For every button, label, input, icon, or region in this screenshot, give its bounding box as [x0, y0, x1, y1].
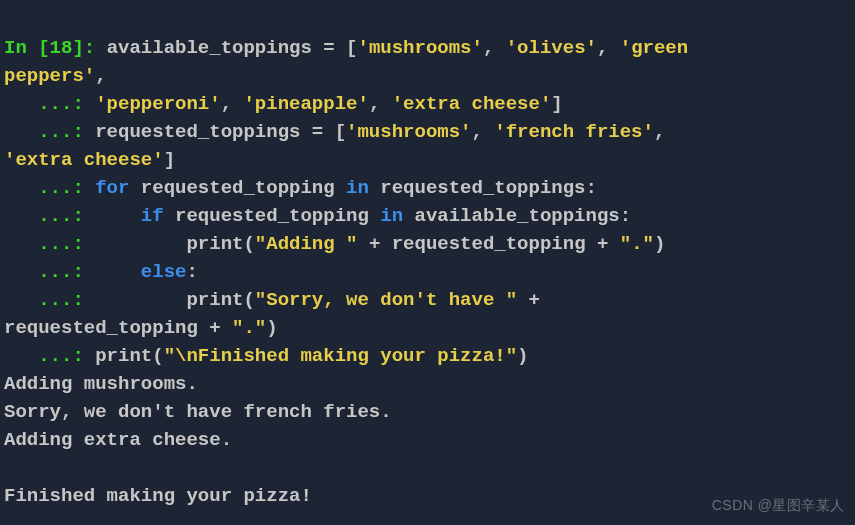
str-dot2: "." — [232, 317, 266, 339]
comma: , — [483, 37, 506, 59]
output-line-1: Adding mushrooms. — [4, 373, 198, 395]
kw-in2: in — [380, 205, 403, 227]
cont-prompt: ...: — [4, 205, 95, 227]
indent — [95, 261, 141, 283]
code-assign-req: requested_toppings = [ — [95, 121, 346, 143]
comma: , — [369, 93, 392, 115]
str-greenpeppers-b: peppers' — [4, 65, 95, 87]
rbracket: ] — [164, 149, 175, 171]
in-prompt: In [18]: — [4, 37, 107, 59]
str-mushrooms2: 'mushrooms' — [346, 121, 471, 143]
str-fries: 'french fries' — [494, 121, 654, 143]
str-pepperoni: 'pepperoni' — [95, 93, 220, 115]
colon: : — [186, 261, 197, 283]
str-extra-cheese2: 'extra cheese' — [4, 149, 164, 171]
comma: , — [221, 93, 244, 115]
rbracket: ] — [551, 93, 562, 115]
fn-print3: print — [95, 345, 152, 367]
kw-else: else — [141, 261, 187, 283]
id-reqtop2: requested_topping — [164, 205, 381, 227]
cont-prompt: ...: — [4, 93, 95, 115]
kw-if: if — [141, 205, 164, 227]
comma-trail2: , — [654, 121, 677, 143]
indent — [95, 289, 186, 311]
comma: , — [597, 37, 620, 59]
ipython-cell: In [18]: available_toppings = ['mushroom… — [4, 6, 851, 510]
kw-in: in — [346, 177, 369, 199]
plus2: + — [209, 317, 232, 339]
comma: , — [471, 121, 494, 143]
str-greenpeppers-a: 'green — [620, 37, 700, 59]
plus: + — [517, 289, 551, 311]
code-assign: available_toppings = [ — [107, 37, 358, 59]
str-mushrooms: 'mushrooms' — [357, 37, 482, 59]
str-pineapple: 'pineapple' — [243, 93, 368, 115]
plus: + — [586, 233, 620, 255]
in-number: 18 — [50, 37, 73, 59]
indent — [95, 233, 186, 255]
cont-prompt: ...: — [4, 289, 95, 311]
in-label: In [ — [4, 37, 50, 59]
plus: + — [357, 233, 391, 255]
cont-prompt: ...: — [4, 233, 95, 255]
lparen: ( — [243, 233, 254, 255]
watermark: CSDN @星图辛某人 — [712, 491, 845, 519]
str-adding: "Adding " — [255, 233, 358, 255]
cont-prompt: ...: — [4, 261, 95, 283]
id-reqtops: requested_toppings: — [369, 177, 597, 199]
id-reqtop4a: requested_topping — [4, 317, 209, 339]
in-close: ]: — [72, 37, 106, 59]
kw-for: for — [95, 177, 129, 199]
fn-print: print — [186, 233, 243, 255]
output-line-5: Finished making your pizza! — [4, 485, 312, 507]
lparen: ( — [243, 289, 254, 311]
id-reqtop: requested_topping — [129, 177, 346, 199]
indent — [95, 205, 141, 227]
id-reqtop3: requested_topping — [392, 233, 586, 255]
id-availtops: available_toppings: — [403, 205, 631, 227]
str-extra-cheese: 'extra cheese' — [392, 93, 552, 115]
rparen: ) — [266, 317, 277, 339]
str-dot: "." — [620, 233, 654, 255]
cont-prompt: ...: — [4, 345, 95, 367]
output-line-3: Adding extra cheese. — [4, 429, 232, 451]
rparen: ) — [654, 233, 665, 255]
str-finished: "\nFinished making your pizza!" — [164, 345, 517, 367]
str-olives: 'olives' — [506, 37, 597, 59]
cont-prompt: ...: — [4, 121, 95, 143]
rparen: ) — [517, 345, 528, 367]
str-sorry: "Sorry, we don't have " — [255, 289, 517, 311]
cont-prompt: ...: — [4, 177, 95, 199]
comma-trail: , — [95, 65, 106, 87]
output-line-2: Sorry, we don't have french fries. — [4, 401, 392, 423]
lparen: ( — [152, 345, 163, 367]
fn-print2: print — [186, 289, 243, 311]
